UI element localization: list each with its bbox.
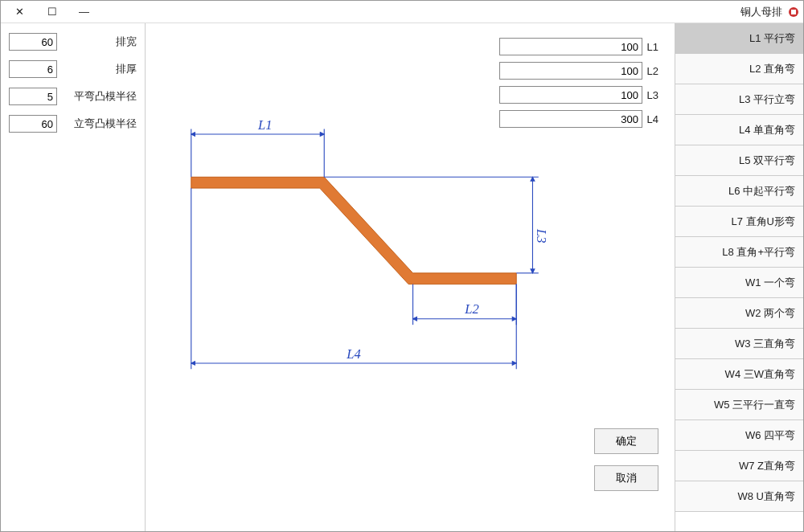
side-item-l3[interactable]: L3 平行立弯 xyxy=(675,84,803,115)
content: L1 平行弯 L2 直角弯 L3 平行立弯 L4 单直角弯 L5 双平行弯 L6… xyxy=(1,23,803,531)
shape-body xyxy=(191,177,516,284)
label-width: 排宽 xyxy=(64,35,137,49)
svg-rect-1 xyxy=(791,10,796,14)
side-item-w8[interactable]: W8 U直角弯 xyxy=(675,481,803,512)
label-rflat: 平弯凸模半径 xyxy=(64,89,137,104)
close-button[interactable]: ✕ xyxy=(4,2,36,23)
side-item-w3[interactable]: W3 三直角弯 xyxy=(675,329,803,359)
side-item-l6[interactable]: L6 中起平行弯 xyxy=(675,176,803,207)
input-width[interactable] xyxy=(9,33,57,51)
titlebar: 铜人母排 — ☐ ✕ xyxy=(1,1,803,23)
sidebar: L1 平行弯 L2 直角弯 L3 平行立弯 L4 单直角弯 L5 双平行弯 L6… xyxy=(675,23,803,531)
minimize-button[interactable]: — xyxy=(68,2,100,23)
side-item-w4[interactable]: W4 三W直角弯 xyxy=(675,359,803,390)
side-item-l1[interactable]: L1 平行弯 xyxy=(675,23,803,54)
side-item-l5[interactable]: L5 双平行弯 xyxy=(675,145,803,176)
drawing-area: L1 L2 L3 L4 xyxy=(162,38,546,523)
side-item-l7[interactable]: L7 直角U形弯 xyxy=(675,207,803,237)
side-item-w6[interactable]: W6 四平弯 xyxy=(675,420,803,451)
main-panel: L1 L2 L3 L4 确定 取消 xyxy=(146,23,675,531)
label-l3: L3 xyxy=(647,89,658,101)
label-l2: L2 xyxy=(647,65,658,77)
side-item-w1[interactable]: W1 一个弯 xyxy=(675,268,803,298)
right-panel: 排宽 排厚 平弯凸模半径 立弯凸模半径 xyxy=(1,23,146,531)
dim-l1: L1 xyxy=(257,117,272,133)
label-l4: L4 xyxy=(647,113,658,125)
param-column: L1 L2 L3 L4 确定 取消 xyxy=(562,38,658,523)
side-item-w7[interactable]: W7 Z直角弯 xyxy=(675,451,803,481)
input-thick[interactable] xyxy=(9,60,57,78)
label-l1: L1 xyxy=(647,41,658,53)
cancel-button[interactable]: 取消 xyxy=(594,465,658,491)
side-item-l4[interactable]: L4 单直角弯 xyxy=(675,115,803,145)
input-rvert[interactable] xyxy=(9,115,57,133)
side-item-l2[interactable]: L2 直角弯 xyxy=(675,54,803,84)
dim-l2: L2 xyxy=(464,301,478,317)
maximize-button[interactable]: ☐ xyxy=(36,2,68,23)
dim-l3: L3 xyxy=(534,228,546,243)
side-item-l8[interactable]: L8 直角+平行弯 xyxy=(675,237,803,268)
side-item-w5[interactable]: W5 三平行一直弯 xyxy=(675,390,803,420)
dim-l4: L4 xyxy=(346,346,360,362)
shape-diagram: L1 L2 L3 L4 xyxy=(162,38,546,523)
side-item-w2[interactable]: W2 两个弯 xyxy=(675,298,803,329)
label-thick: 排厚 xyxy=(64,62,137,76)
ok-button[interactable]: 确定 xyxy=(594,428,658,454)
app-window: 铜人母排 — ☐ ✕ L1 平行弯 L2 直角弯 L3 平行立弯 L4 单直角弯… xyxy=(0,0,804,532)
window-title: 铜人母排 xyxy=(740,5,782,19)
app-icon xyxy=(787,6,800,18)
label-rvert: 立弯凸模半径 xyxy=(64,117,137,131)
input-rflat[interactable] xyxy=(9,88,57,105)
